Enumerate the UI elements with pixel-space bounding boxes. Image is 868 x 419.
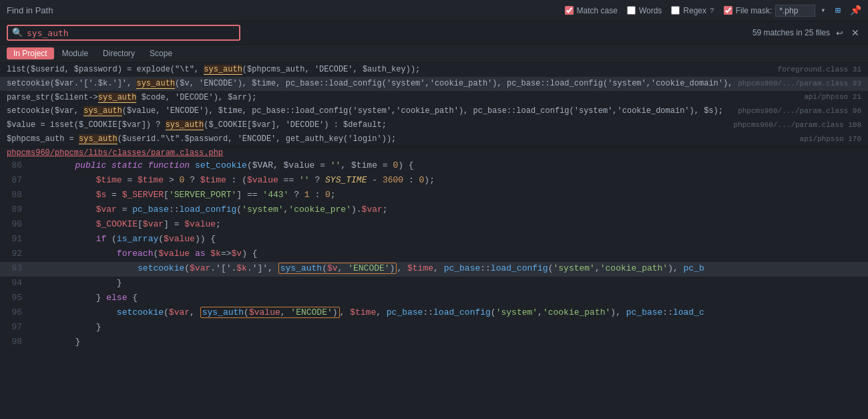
result-row[interactable]: list($userid, $password) = explode("\t",…	[0, 63, 868, 77]
result-row[interactable]: $value = isset($_COOKIE[$var]) ? sys_aut…	[0, 118, 868, 132]
result-row[interactable]: setcookie($var, sys_auth($value, 'ENCODE…	[0, 104, 868, 118]
find-in-path-header: Find in Path Match case Words Regex ? Fi…	[0, 0, 868, 21]
line-content: public static function set_cookie($VAR, …	[30, 159, 868, 174]
line-number: 87	[0, 174, 30, 188]
line-number: 88	[0, 188, 30, 203]
match-case-checkbox[interactable]	[565, 6, 574, 15]
result-file: phpcms960/.../param.class 96	[738, 106, 861, 116]
code-line-86: 86 public static function set_cookie($VA…	[0, 159, 868, 174]
result-code: $value = isset($_COOKIE[$var]) ? sys_aut…	[7, 120, 727, 131]
pin-icon[interactable]: 📌	[850, 5, 861, 16]
code-line-97: 97 }	[0, 321, 868, 335]
line-content: $s = $_SERVER['SERVER_PORT'] == '443' ? …	[30, 188, 868, 203]
results-list: list($userid, $password) = explode("\t",…	[0, 63, 868, 147]
code-line-95: 95 } else {	[0, 291, 868, 306]
result-file: phpcms960/.../param.class 93	[738, 79, 861, 89]
line-content: foreach($value as $k=>$v) {	[30, 247, 868, 262]
file-mask-checkbox[interactable]	[724, 6, 732, 15]
code-line-88: 88 $s = $_SERVER['SERVER_PORT'] == '443'…	[0, 188, 868, 203]
line-content: setcookie($var.'['.$k.']', sys_auth($v, …	[30, 262, 868, 277]
words-checkbox-group[interactable]: Words	[627, 6, 662, 15]
code-line-87: 87 $time = $time > 0 ? $time : ($value =…	[0, 174, 868, 188]
main-content: list($userid, $password) = explode("\t",…	[0, 63, 868, 418]
search-prev-button[interactable]: ↩	[834, 27, 845, 39]
line-content: } else {	[30, 291, 868, 306]
code-line-93: 93 setcookie($var.'['.$k.']', sys_auth($…	[0, 262, 868, 277]
line-content: setcookie($var, sys_auth($value, 'ENCODE…	[30, 306, 868, 321]
result-code: list($userid, $password) = explode("\t",…	[7, 64, 771, 76]
code-line-92: 92 foreach($value as $k=>$v) {	[0, 247, 868, 262]
result-row[interactable]: parse_str($client->sys_auth $code, 'DECO…	[0, 91, 868, 105]
line-content: }	[30, 335, 868, 350]
line-number: 97	[0, 321, 30, 335]
line-content: $_COOKIE[$var] = $value;	[30, 218, 868, 233]
code-line-98: 98 }	[0, 335, 868, 350]
result-file: api/phpsso 21	[804, 92, 861, 102]
search-close-button[interactable]: ✕	[849, 27, 861, 39]
search-input-wrapper: 🔍	[7, 25, 240, 41]
tab-directory[interactable]: Directory	[96, 47, 142, 59]
result-code: setcookie($var, sys_auth($value, 'ENCODE…	[7, 106, 731, 117]
line-number: 86	[0, 159, 30, 174]
line-content: $time = $time > 0 ? $time : ($value == '…	[30, 174, 868, 188]
result-file: foreground.class 31	[778, 65, 861, 75]
filter-icon[interactable]: ⊞	[835, 5, 841, 16]
regex-checkbox[interactable]	[671, 6, 680, 15]
line-number: 89	[0, 203, 30, 218]
result-file: phpcms960/.../param.class 108	[734, 120, 861, 130]
search-stats: 59 matches in 25 files ↩ ✕	[752, 27, 861, 39]
tab-module[interactable]: Module	[55, 47, 95, 59]
file-mask-checkbox-group[interactable]: File mask:	[724, 6, 773, 15]
tab-in-project[interactable]: In Project	[7, 47, 54, 59]
search-input[interactable]	[27, 28, 214, 38]
file-mask-input[interactable]	[775, 5, 815, 17]
words-checkbox[interactable]	[627, 6, 636, 15]
result-code: $phpcms_auth = sys_auth($userid."\t".$pa…	[7, 134, 793, 145]
match-count: 59 matches in 25 files	[752, 28, 830, 37]
line-content: if (is_array($value)) {	[30, 233, 868, 247]
line-number: 95	[0, 291, 30, 306]
file-mask-group: File mask: ▾	[724, 5, 826, 17]
result-file: api/phpsso 170	[800, 134, 861, 144]
code-line-89: 89 $var = pc_base::load_config('system',…	[0, 203, 868, 218]
code-line-94: 94 }	[0, 277, 868, 291]
code-viewer[interactable]: 86 public static function set_cookie($VA…	[0, 159, 868, 418]
regex-question-mark: ?	[710, 7, 714, 15]
line-number: 93	[0, 262, 30, 277]
result-row[interactable]: $phpcms_auth = sys_auth($userid."\t".$pa…	[0, 132, 868, 146]
result-code: setcookie($var.'['.$k.']', sys_auth($v, …	[7, 78, 731, 90]
result-row[interactable]: setcookie($var.'['.$k.']', sys_auth($v, …	[0, 77, 868, 91]
regex-checkbox-group[interactable]: Regex ?	[671, 6, 714, 15]
tab-scope[interactable]: Scope	[143, 47, 179, 59]
scope-tabs: In Project Module Directory Scope	[0, 45, 868, 63]
search-icon: 🔍	[12, 27, 23, 38]
line-number: 98	[0, 335, 30, 350]
words-label: Words	[639, 6, 662, 15]
line-content: }	[30, 321, 868, 335]
line-number: 90	[0, 218, 30, 233]
line-number: 92	[0, 247, 30, 262]
panel-title: Find in Path	[7, 5, 53, 15]
match-case-checkbox-group[interactable]: Match case	[565, 6, 618, 15]
file-path-row[interactable]: phpcms960/phpcms/libs/classes/param.clas…	[0, 147, 868, 159]
match-case-label: Match case	[577, 6, 618, 15]
line-number: 96	[0, 306, 30, 321]
regex-label: Regex	[683, 6, 706, 15]
file-mask-label: File mask:	[736, 6, 773, 15]
result-code: parse_str($client->sys_auth $code, 'DECO…	[7, 92, 797, 104]
code-line-91: 91 if (is_array($value)) {	[0, 233, 868, 247]
code-line-96: 96 setcookie($var, sys_auth($value, 'ENC…	[0, 306, 868, 321]
header-controls: Match case Words Regex ? File mask: ▾ ⊞ …	[565, 5, 861, 17]
code-line-90: 90 $_COOKIE[$var] = $value;	[0, 218, 868, 233]
line-content: }	[30, 277, 868, 291]
line-number: 91	[0, 233, 30, 247]
line-content: $var = pc_base::load_config('system','co…	[30, 203, 868, 218]
file-mask-dropdown-icon[interactable]: ▾	[821, 5, 825, 15]
line-number: 94	[0, 277, 30, 291]
search-bar: 🔍 59 matches in 25 files ↩ ✕	[0, 21, 868, 45]
file-path: phpcms960/phpcms/libs/classes/param.clas…	[7, 148, 223, 158]
